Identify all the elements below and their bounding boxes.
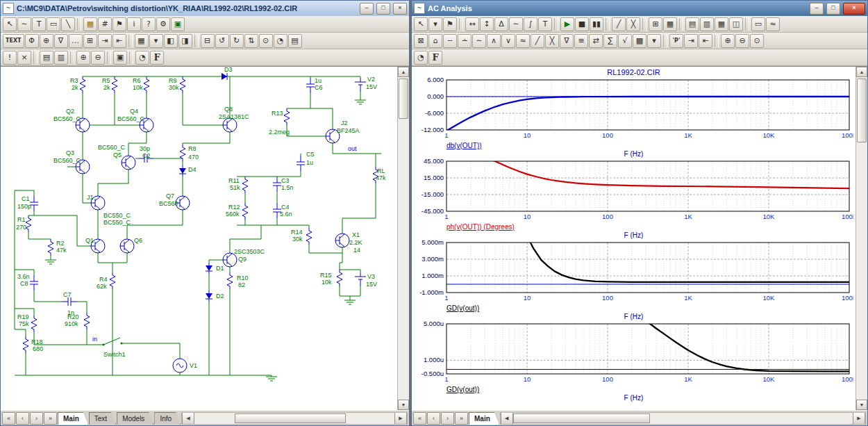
rotate-icon[interactable]: ↺ <box>215 34 229 48</box>
schematic-canvas[interactable]: R32kR52kR610kR930kD31uC6V215VQ2BC560_CQ4… <box>1 67 397 410</box>
fft-icon[interactable]: ∑ <box>603 34 617 48</box>
component-label[interactable]: Q6 <box>134 238 142 244</box>
flag-tool-icon[interactable]: ⚑ <box>112 17 126 31</box>
component-label[interactable]: BC560_C <box>98 145 125 151</box>
component-label[interactable]: X1 <box>352 232 360 238</box>
component-label[interactable]: 680 <box>33 346 43 352</box>
component-label[interactable]: BF245A <box>337 128 360 134</box>
properties-icon[interactable]: ⊠ <box>414 34 428 48</box>
component-label[interactable]: BC550_C <box>103 213 131 219</box>
component-label[interactable]: 5.6n <box>280 211 292 218</box>
component-label[interactable]: 15V <box>366 281 377 288</box>
wire-mode-icon[interactable]: ∼ <box>17 17 31 31</box>
component-label[interactable]: R12 <box>228 204 240 211</box>
next-page-button[interactable]: › <box>30 412 43 425</box>
component-label[interactable]: 30k <box>292 236 303 243</box>
stop-button[interactable]: ■ <box>575 17 589 31</box>
component-label[interactable]: 10k <box>133 85 143 91</box>
pause-button[interactable]: ▮▮ <box>590 17 603 31</box>
schematic-titlebar[interactable]: ~ C:\MC9\DATA\Petrov\switching distortio… <box>1 1 409 16</box>
component-label[interactable]: J2 <box>341 120 348 126</box>
peak-icon[interactable]: ∧ <box>487 34 501 48</box>
minor-grid-icon[interactable]: ▦ <box>715 17 728 31</box>
schematic-horizontal-scrollbar[interactable]: ◀ ▶ <box>181 412 408 425</box>
component-label[interactable]: R2 <box>56 240 65 247</box>
component-label[interactable]: Q8 <box>224 106 233 113</box>
slope-icon[interactable]: ╱ <box>531 34 544 48</box>
component-label[interactable]: R1 <box>17 217 26 223</box>
component-label[interactable]: C7 <box>63 292 72 298</box>
component-label[interactable]: R15 <box>320 272 332 279</box>
component-label[interactable]: R14 <box>291 229 303 236</box>
component-label[interactable]: 30p <box>140 146 150 152</box>
formula-button[interactable]: F <box>428 51 442 65</box>
info-tool-icon[interactable]: i <box>127 17 141 31</box>
baseline-icon[interactable]: ◫ <box>729 17 743 31</box>
auto-scale-icon[interactable]: ⊙ <box>750 34 764 48</box>
node-voltages-icon[interactable]: … <box>69 34 83 48</box>
run-button[interactable]: ▶ <box>560 17 574 31</box>
find-icon[interactable]: ⊙ <box>259 34 273 48</box>
plus-grid-icon[interactable]: ▥ <box>700 17 714 31</box>
component-label[interactable]: Q7 <box>166 193 174 199</box>
component-label[interactable]: Q4 <box>130 108 138 115</box>
minimize-button[interactable]: – <box>360 3 374 15</box>
component-label[interactable]: R3 <box>70 78 78 84</box>
border-toggle-icon[interactable]: ◧ <box>164 34 178 48</box>
ruler-icon[interactable]: ▤ <box>685 17 699 31</box>
scroll-left-arrow[interactable]: ◀ <box>501 413 513 424</box>
zoom-in-icon[interactable]: ⊕ <box>76 51 90 65</box>
envelope-icon[interactable]: ∇ <box>560 34 574 48</box>
scroll-up-arrow[interactable]: ▲ <box>398 67 409 77</box>
minimize-button[interactable]: – <box>810 3 824 15</box>
trace-label[interactable]: db(v(OUT)) <box>446 142 856 150</box>
component-label[interactable]: in <box>92 336 97 343</box>
zoom-out-icon[interactable]: ⊖ <box>735 34 749 48</box>
horizontal-line-icon[interactable]: ╌ <box>443 34 457 48</box>
component-label[interactable]: C2 <box>142 153 151 159</box>
add-tag-icon[interactable]: ⌂ <box>428 34 442 48</box>
flip-x-icon[interactable]: ⇅ <box>244 34 258 48</box>
restore-button[interactable]: □ <box>826 3 840 15</box>
component-label[interactable]: 1u <box>306 160 313 166</box>
grid-toggle-icon[interactable]: ▦ <box>135 34 149 48</box>
text-mode-button[interactable]: TEXT <box>3 34 24 48</box>
animate-icon[interactable]: ◔ <box>414 51 428 65</box>
power-display-icon[interactable]: ⇥ <box>98 34 112 48</box>
prev-page-button[interactable]: ‹ <box>427 412 440 425</box>
copy-page-icon[interactable]: ▥ <box>54 51 68 65</box>
component-label[interactable]: 14 <box>353 247 360 254</box>
formula-button[interactable]: F <box>150 51 164 65</box>
plot-vertical-scrollbar[interactable]: ▲ ▼ <box>856 67 867 410</box>
trace-label[interactable]: GD(v(out)) <box>446 304 856 313</box>
text-tool-icon[interactable]: T <box>32 17 46 31</box>
component-label[interactable]: RL <box>377 168 385 174</box>
scroll-thumb[interactable] <box>513 413 651 423</box>
component-label[interactable]: C8 <box>20 281 28 287</box>
component-label[interactable]: 62k <box>97 284 107 290</box>
first-page-button[interactable]: « <box>413 412 426 425</box>
valley-icon[interactable]: ∨ <box>501 34 515 48</box>
cursor-mode-icon[interactable]: ╱ <box>612 17 626 31</box>
component-label[interactable]: Q5 <box>113 152 122 158</box>
component-label[interactable]: 470 <box>188 154 199 161</box>
close-button[interactable]: × <box>393 3 407 15</box>
go-to-y-icon[interactable]: ⇤ <box>699 34 712 48</box>
trace-label[interactable]: GD(v(out)) <box>446 386 856 394</box>
pattern-icon[interactable]: ▩ <box>633 34 646 48</box>
settings-icon[interactable]: ⚙ <box>156 17 170 31</box>
horizontal-tag-icon[interactable]: ↔ <box>465 17 479 31</box>
point-tag-icon[interactable]: ╳ <box>626 17 640 31</box>
component-label[interactable]: R8 <box>188 146 197 152</box>
component-label[interactable]: 2k <box>103 85 110 91</box>
tokens-icon[interactable]: ▦ <box>663 17 677 31</box>
component-label[interactable]: 1u <box>315 78 322 84</box>
crossing-icon[interactable]: ╳ <box>545 34 559 48</box>
current-display-icon[interactable]: ⊞ <box>83 34 97 48</box>
component-label[interactable]: D3 <box>224 67 233 73</box>
component-label[interactable]: 15V <box>366 84 377 90</box>
component-label[interactable]: V2 <box>367 76 375 83</box>
flag-icon[interactable]: ⚑ <box>443 17 457 31</box>
component-label[interactable]: 47k <box>56 247 67 254</box>
component-label[interactable]: 560k <box>226 211 240 218</box>
